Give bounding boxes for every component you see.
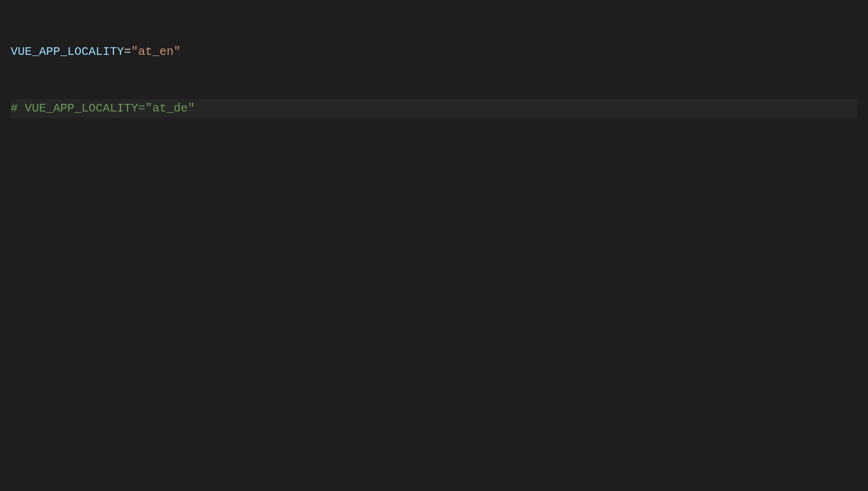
comment-text: # VUE_APP_LOCALITY="at_de": [11, 102, 195, 115]
code-line-2[interactable]: # VUE_APP_LOCALITY="at_de": [11, 99, 857, 118]
code-line-1[interactable]: VUE_APP_LOCALITY="at_en": [11, 42, 857, 61]
env-variable-value: "at_en": [131, 45, 181, 58]
assignment-operator: =: [124, 45, 131, 58]
env-variable-name: VUE_APP_LOCALITY: [11, 45, 124, 58]
code-editor[interactable]: VUE_APP_LOCALITY="at_en" # VUE_APP_LOCAL…: [0, 0, 868, 142]
